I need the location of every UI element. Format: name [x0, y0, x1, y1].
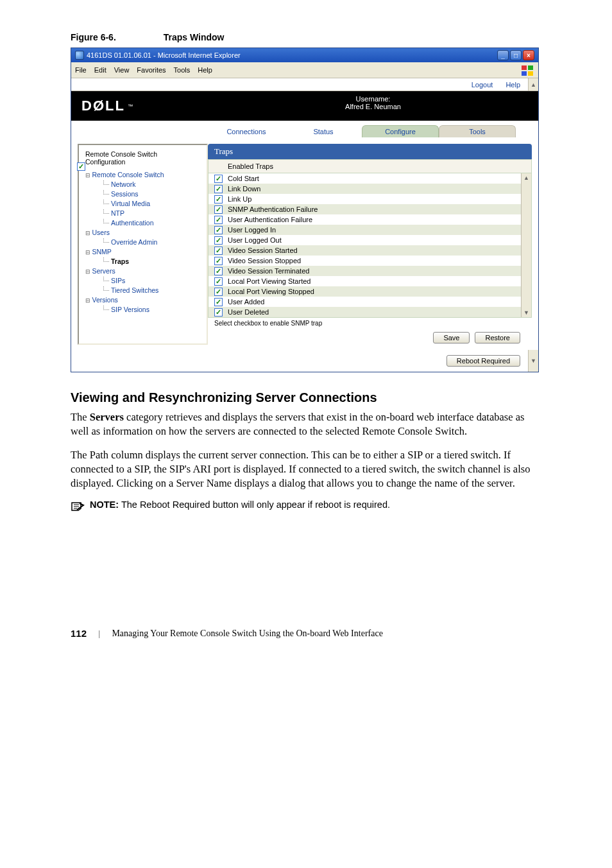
maximize-button[interactable]: □ — [510, 50, 522, 60]
menu-file[interactable]: File — [75, 66, 87, 74]
reboot-required-button[interactable]: Reboot Required — [446, 355, 520, 367]
menu-edit[interactable]: Edit — [94, 66, 106, 74]
trademark-icon: ™ — [128, 103, 133, 109]
trap-row: ✓Video Session Stopped — [208, 256, 521, 266]
page-footer: 112 | Managing Your Remote Console Switc… — [71, 628, 541, 639]
trap-row: ✓User Logged In — [208, 225, 521, 235]
trap-checkbox[interactable]: ✓ — [214, 308, 223, 317]
trap-label: User Deleted — [228, 308, 269, 316]
trap-row: ✓User Deleted — [208, 307, 521, 317]
tree-tiered[interactable]: Tiered Switches — [85, 285, 204, 295]
trap-label: User Authentication Failure — [228, 216, 312, 223]
help-link[interactable]: Help — [500, 80, 525, 90]
username-label: Username: — [208, 95, 538, 103]
figure-title: Traps Window — [164, 32, 225, 42]
trap-row: ✓User Added — [208, 297, 521, 307]
trap-checkbox[interactable]: ✓ — [214, 175, 223, 183]
tree-snmp[interactable]: SNMP — [85, 247, 204, 256]
username-value: Alfred E. Neuman — [208, 103, 538, 110]
tree-ntp[interactable]: NTP — [85, 208, 204, 218]
nav-tabs: Connections Status Configure Tools — [71, 123, 538, 137]
tree-versions[interactable]: Versions — [85, 295, 204, 304]
trap-checkbox[interactable]: ✓ — [214, 288, 223, 296]
trap-row: ✓User Logged Out — [208, 235, 521, 245]
window-title: 4161DS 01.01.06.01 - Microsoft Internet … — [87, 51, 241, 59]
servers-keyword: Servers — [90, 411, 124, 423]
trap-checkbox[interactable]: ✓ — [214, 205, 223, 214]
save-button[interactable]: Save — [433, 332, 470, 343]
restore-button[interactable]: Restore — [475, 332, 520, 343]
section-heading: Viewing and Resynchronizing Server Conne… — [71, 390, 541, 405]
trap-row: ✓Local Port Viewing Started — [208, 276, 521, 286]
app-area: DØLL™ Username: Alfred E. Neuman Connect… — [71, 91, 538, 372]
tab-status[interactable]: Status — [285, 126, 362, 137]
note-block: NOTE: The Reboot Required button will on… — [71, 499, 541, 512]
scroll-down-icon[interactable]: ▼ — [528, 350, 538, 372]
tree-rcs[interactable]: Remote Console Switch — [85, 169, 204, 179]
trap-checkbox[interactable]: ✓ — [214, 185, 223, 193]
trap-row: ✓Video Session Terminated — [208, 266, 521, 276]
trap-row: ✓User Authentication Failure — [208, 214, 521, 225]
tab-configure[interactable]: Configure — [362, 125, 439, 137]
menu-bar: File Edit View Favorites Tools Help — [71, 62, 538, 78]
traps-table: ✓ Enabled Traps ✓Cold Start✓Link Down✓Li… — [208, 159, 532, 318]
scroll-up-icon[interactable]: ▲ — [523, 175, 529, 181]
menu-view[interactable]: View — [114, 66, 130, 74]
paragraph-1: The Servers category retrieves and displ… — [71, 410, 541, 439]
trap-row: ✓SNMP Authentication Failure — [208, 204, 521, 214]
trap-checkbox[interactable]: ✓ — [214, 216, 223, 224]
traps-header: ✓ Enabled Traps — [208, 160, 531, 173]
trap-checkbox[interactable]: ✓ — [214, 277, 223, 286]
tree-sips[interactable]: SIPs — [85, 275, 204, 285]
trap-checkbox[interactable]: ✓ — [214, 247, 223, 255]
menu-tools[interactable]: Tools — [174, 66, 191, 74]
trap-label: Link Down — [228, 185, 260, 193]
figure-label: Figure 6-6. — [71, 32, 116, 42]
traps-scrollbar[interactable]: ▲ ▼ — [521, 173, 531, 317]
close-button[interactable]: × — [523, 50, 534, 60]
traps-body: ✓Cold Start✓Link Down✓Link Up✓SNMP Authe… — [208, 173, 521, 317]
ie-icon — [75, 51, 84, 60]
trap-row: ✓Link Up — [208, 194, 521, 204]
tab-tools[interactable]: Tools — [439, 125, 516, 137]
scroll-up-icon[interactable]: ▲ — [528, 78, 538, 91]
trap-label: Local Port Viewing Started — [228, 277, 310, 285]
trap-label: Video Session Started — [228, 247, 298, 254]
ie-window: 4161DS 01.01.06.01 - Microsoft Internet … — [71, 48, 539, 372]
user-info: Username: Alfred E. Neuman — [208, 91, 538, 121]
windows-flag-icon — [520, 64, 534, 76]
logout-link[interactable]: Logout — [466, 80, 498, 90]
page-number: 112 — [71, 628, 87, 639]
trap-label: User Logged Out — [228, 236, 282, 244]
side-panel: Remote Console SwitchConfiguration Remot… — [78, 144, 208, 345]
pane-title: Traps — [208, 144, 532, 159]
trap-checkbox[interactable]: ✓ — [214, 267, 223, 275]
traps-header-checkbox[interactable]: ✓ — [77, 162, 85, 171]
minimize-button[interactable]: _ — [497, 50, 509, 60]
select-note: Select checkbox to enable SNMP trap — [208, 318, 532, 332]
menu-help[interactable]: Help — [198, 66, 212, 74]
tree-network[interactable]: Network — [85, 179, 204, 189]
tree-override[interactable]: Override Admin — [85, 237, 204, 247]
trap-label: Cold Start — [228, 175, 259, 182]
trap-row: ✓Local Port Viewing Stopped — [208, 286, 521, 297]
trap-checkbox[interactable]: ✓ — [214, 195, 223, 204]
side-title: Remote Console SwitchConfiguration — [85, 150, 204, 166]
trap-label: Video Session Terminated — [228, 267, 309, 275]
trap-checkbox[interactable]: ✓ — [214, 226, 223, 234]
tree-traps[interactable]: Traps — [85, 256, 204, 266]
tree-sipver[interactable]: SIP Versions — [85, 304, 204, 314]
trap-checkbox[interactable]: ✓ — [214, 298, 223, 306]
menu-favorites[interactable]: Favorites — [137, 66, 166, 74]
tree-users[interactable]: Users — [85, 227, 204, 237]
trap-label: Video Session Stopped — [228, 257, 301, 265]
tab-connections[interactable]: Connections — [208, 126, 285, 137]
tree-auth[interactable]: Authentication — [85, 218, 204, 227]
scroll-down-icon[interactable]: ▼ — [523, 309, 529, 316]
trap-row: ✓Cold Start — [208, 173, 521, 184]
tree-sessions[interactable]: Sessions — [85, 189, 204, 198]
trap-checkbox[interactable]: ✓ — [214, 236, 223, 245]
tree-servers[interactable]: Servers — [85, 266, 204, 275]
trap-checkbox[interactable]: ✓ — [214, 257, 223, 265]
tree-vmedia[interactable]: Virtual Media — [85, 198, 204, 208]
